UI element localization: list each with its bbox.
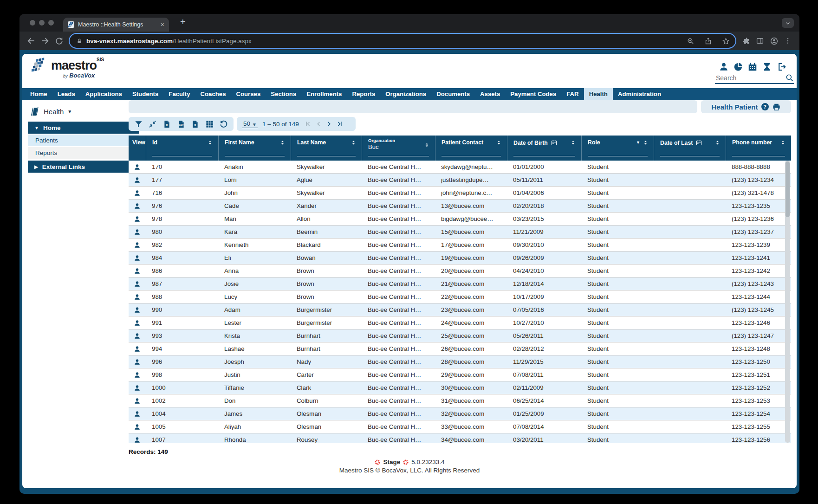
tab-close-icon[interactable]: × <box>161 21 164 28</box>
nav-item-applications[interactable]: Applications <box>80 88 127 100</box>
sort-icon[interactable] <box>643 140 648 146</box>
window-minimize-button[interactable] <box>39 20 45 26</box>
print-icon[interactable] <box>772 103 781 111</box>
sort-icon[interactable] <box>208 140 213 146</box>
id-filter-input[interactable] <box>152 156 212 157</box>
nav-item-sections[interactable]: Sections <box>266 88 301 100</box>
pie-chart-icon[interactable] <box>733 62 743 72</box>
view-patient-button[interactable] <box>129 433 146 443</box>
view-patient-button[interactable] <box>129 420 146 433</box>
view-patient-button[interactable] <box>129 355 146 368</box>
view-patient-button[interactable] <box>129 394 146 407</box>
search-input[interactable] <box>715 74 785 82</box>
sort-icon[interactable] <box>780 140 786 146</box>
share-icon[interactable] <box>701 34 715 48</box>
nav-item-courses[interactable]: Courses <box>231 88 266 100</box>
export-csv-icon[interactable]: CSV <box>177 120 186 129</box>
module-selector[interactable]: Health ▼ <box>29 106 72 117</box>
sidebar-item-patients[interactable]: Patients <box>28 135 139 146</box>
sort-icon[interactable] <box>351 140 356 146</box>
column-header-id[interactable]: Id <box>146 136 218 161</box>
forward-icon[interactable] <box>38 34 52 48</box>
column-header-first-name[interactable]: First Name <box>218 136 291 161</box>
sidebar-item-home[interactable]: ▼ Home <box>28 122 139 134</box>
window-close-button[interactable] <box>30 20 35 26</box>
new-tab-button[interactable]: + <box>180 17 186 27</box>
url-bar[interactable]: bva-vnext.maestrostage.com/HealthPatient… <box>70 34 735 48</box>
calendar-picker-icon[interactable] <box>551 139 558 146</box>
table-scrollbar[interactable] <box>785 161 790 443</box>
sort-icon[interactable] <box>715 140 720 146</box>
nav-item-payment-codes[interactable]: Payment Codes <box>505 88 561 100</box>
view-patient-button[interactable] <box>129 213 146 225</box>
reload-icon[interactable] <box>52 34 66 48</box>
browser-tab[interactable]: Maestro ::Health Settings × <box>63 18 169 32</box>
nav-item-coaches[interactable]: Coaches <box>195 88 231 100</box>
calendar-picker-icon[interactable] <box>695 139 702 146</box>
tab-search-chevron-icon[interactable] <box>782 18 794 28</box>
role-filter-input[interactable] <box>588 156 648 157</box>
help-icon[interactable]: ? <box>761 103 769 110</box>
last-page-icon[interactable] <box>337 121 343 127</box>
view-patient-button[interactable] <box>129 381 146 394</box>
column-header-date-of-birth[interactable]: Date of Birth <box>507 136 581 161</box>
organization-filter-input[interactable] <box>368 143 396 150</box>
window-zoom-button[interactable] <box>48 20 54 26</box>
view-patient-button[interactable] <box>129 342 146 355</box>
view-patient-button[interactable] <box>129 265 146 277</box>
bookmark-star-icon[interactable] <box>719 34 733 48</box>
sort-icon[interactable] <box>424 142 429 148</box>
user-account-icon[interactable] <box>719 62 729 72</box>
column-header-patient-contact[interactable]: Patient Contact <box>435 136 507 161</box>
nav-item-students[interactable]: Students <box>127 88 163 100</box>
view-patient-button[interactable] <box>129 239 146 251</box>
hourglass-icon[interactable] <box>762 62 772 72</box>
view-patient-button[interactable] <box>129 226 146 238</box>
calendar-icon[interactable] <box>747 62 758 72</box>
sort-icon[interactable] <box>571 140 576 146</box>
phone-filter-input[interactable] <box>732 156 785 157</box>
nav-item-health[interactable]: Health <box>584 88 613 100</box>
view-patient-button[interactable] <box>129 330 146 342</box>
menu-kebab-icon[interactable] <box>781 34 795 48</box>
nav-item-home[interactable]: Home <box>25 88 52 100</box>
role-dropdown-chevron-icon[interactable]: ▼ <box>636 140 640 145</box>
column-header-last-name[interactable]: Last Name <box>291 136 362 161</box>
nav-item-reports[interactable]: Reports <box>347 88 380 100</box>
column-header-phone-number[interactable]: Phone number <box>726 136 791 161</box>
sidebar-item-external-links[interactable]: ▶ External Links <box>28 161 139 173</box>
first-page-icon[interactable] <box>305 121 311 127</box>
nav-item-assets[interactable]: Assets <box>475 88 505 100</box>
view-patient-button[interactable] <box>129 200 146 212</box>
date-of-last-filter-input[interactable] <box>660 156 720 157</box>
export-excel-icon[interactable]: X <box>162 120 171 129</box>
nav-item-documents[interactable]: Documents <box>431 88 475 100</box>
view-patient-button[interactable] <box>129 317 146 329</box>
scrollbar-thumb[interactable] <box>786 162 790 217</box>
view-patient-button[interactable] <box>129 368 146 381</box>
back-icon[interactable] <box>24 34 38 48</box>
view-patient-button[interactable] <box>129 291 146 303</box>
nav-item-organizations[interactable]: Organizations <box>380 88 431 100</box>
first-name-filter-input[interactable] <box>225 156 285 157</box>
column-header-organization[interactable]: Organization <box>362 136 435 161</box>
search-icon[interactable] <box>785 73 794 82</box>
view-patient-button[interactable] <box>129 174 146 186</box>
export-xls-icon[interactable]: X <box>191 120 200 129</box>
side-panel-icon[interactable] <box>753 34 767 48</box>
sidebar-item-reports[interactable]: Reports <box>28 147 139 159</box>
logout-icon[interactable] <box>776 62 786 72</box>
collapse-grid-icon[interactable] <box>148 120 157 129</box>
profile-avatar-icon[interactable] <box>767 34 781 48</box>
nav-item-administration[interactable]: Administration <box>613 88 666 100</box>
next-page-icon[interactable] <box>326 121 332 127</box>
column-header-date-of-last[interactable]: Date of Last <box>654 136 726 161</box>
view-patient-button[interactable] <box>129 187 146 199</box>
last-name-filter-input[interactable] <box>297 156 356 157</box>
view-patient-button[interactable] <box>129 252 146 264</box>
view-patient-button[interactable] <box>129 161 146 173</box>
zoom-page-icon[interactable] <box>683 34 697 48</box>
view-patient-button[interactable] <box>129 407 146 420</box>
view-patient-button[interactable] <box>129 304 146 316</box>
column-header-role[interactable]: Role ▼ <box>581 136 654 161</box>
